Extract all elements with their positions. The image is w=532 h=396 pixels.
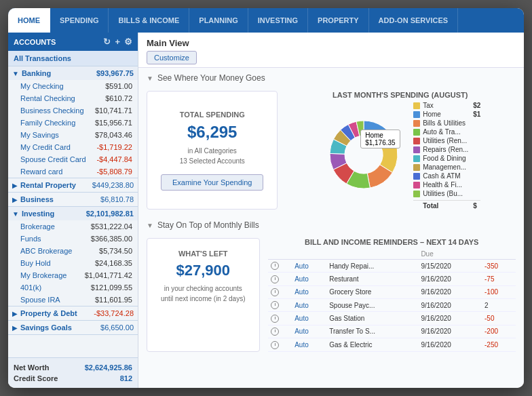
investing-item-funds[interactable]: Funds $366,385.00 bbox=[8, 233, 138, 245]
credit-score-label: Credit Score bbox=[14, 374, 58, 382]
bill-due: 9/15/2020 bbox=[418, 260, 482, 273]
content-header: Main View Customize bbox=[138, 33, 524, 68]
tab-spending[interactable]: SPENDING bbox=[50, 8, 109, 33]
savings-goals-chevron-icon: ▶ bbox=[12, 324, 18, 332]
app-window: HOME SPENDING BILLS & INCOME PLANNING IN… bbox=[8, 8, 524, 388]
bills-col-icon bbox=[268, 249, 292, 260]
investing-item-abc-brokerage[interactable]: ABC Brokerage $5,734.50 bbox=[8, 245, 138, 257]
money-goes-section-title: ▼ See Where Your Money Goes bbox=[138, 68, 524, 85]
legend-item-management: Managemen... bbox=[413, 163, 480, 171]
whats-left-label: WHAT'S LEFT bbox=[161, 250, 246, 258]
net-worth-row: Net Worth $2,624,925.86 bbox=[14, 362, 132, 373]
refresh-icon[interactable]: ↻ bbox=[103, 37, 111, 47]
legend-color-home bbox=[413, 111, 420, 118]
clock-icon bbox=[271, 341, 279, 349]
banking-item-my-savings[interactable]: My Savings $78,043.46 bbox=[8, 129, 138, 141]
tab-bills-income[interactable]: BILLS & INCOME bbox=[109, 8, 189, 33]
sidebar-section-rental-property[interactable]: ▶ Rental Property $449,238.80 bbox=[8, 178, 138, 193]
banking-item-spouse-credit-card[interactable]: Spouse Credit Card -$4,447.84 bbox=[8, 153, 138, 165]
total-spending-label: TOTAL SPENDING bbox=[180, 111, 245, 119]
bills-section-title: ▼ Stay On Top of Monthly Bills bbox=[138, 215, 524, 233]
clock-icon bbox=[271, 328, 279, 336]
legend-name-total: Total bbox=[423, 202, 470, 210]
tab-planning[interactable]: PLANNING bbox=[189, 8, 248, 33]
savings-goals-amount: $6,650.00 bbox=[100, 323, 134, 332]
bill-icon-cell bbox=[268, 285, 292, 298]
bill-name: Transfer To S... bbox=[326, 325, 418, 338]
investing-section-amount: $2,101,982.81 bbox=[86, 210, 134, 218]
legend-name-management: Managemen... bbox=[423, 163, 470, 171]
legend-item-tax: Tax $2 bbox=[413, 102, 480, 109]
donut-chart-wrapper: Home $1,176.35 bbox=[320, 111, 408, 201]
banking-item-family-checking[interactable]: Family Checking $15,956.71 bbox=[8, 117, 138, 129]
item-name-my-credit-card: My Credit Card bbox=[20, 143, 71, 151]
item-name-my-savings: My Savings bbox=[20, 131, 59, 139]
total-spending-sub1: in All Categories bbox=[188, 146, 237, 156]
investing-item-my-brokerage[interactable]: My Brokerage $1,041,771.42 bbox=[8, 269, 138, 281]
bill-due: 9/16/2020 bbox=[418, 299, 482, 312]
total-spending-amount: $6,295 bbox=[187, 123, 237, 142]
legend-item-utilities-ren: Utilities (Ren... bbox=[413, 137, 480, 144]
banking-item-business-checking[interactable]: Business Checking $10,741.71 bbox=[8, 104, 138, 117]
investing-section-header[interactable]: ▼ Investing $2,101,982.81 bbox=[8, 207, 138, 220]
table-row: Auto Resturant 9/16/2020 -75 bbox=[268, 273, 516, 285]
net-worth-value: $2,624,925.86 bbox=[85, 363, 132, 372]
customize-button[interactable]: Customize bbox=[147, 51, 197, 64]
bill-icon-cell bbox=[268, 273, 292, 285]
banking-section-header[interactable]: ▼ Banking $93,967.75 bbox=[8, 66, 138, 80]
legend-color-utilities-bu bbox=[413, 191, 420, 197]
investing-chevron-icon: ▼ bbox=[12, 210, 19, 218]
sidebar-section-savings-goals[interactable]: ▶ Savings Goals $6,650.00 bbox=[8, 321, 138, 335]
all-transactions-link[interactable]: All Transactions bbox=[8, 51, 138, 66]
legend-color-management bbox=[413, 164, 420, 171]
tab-addon-services[interactable]: ADD-ON SERVICES bbox=[369, 8, 458, 33]
item-amount-my-checking: $591.00 bbox=[105, 82, 132, 90]
whats-left-sub1: in your checking accounts bbox=[161, 283, 246, 294]
legend-item-health: Health & Fi... bbox=[413, 181, 480, 189]
banking-item-rental-checking[interactable]: Rental Checking $610.72 bbox=[8, 92, 138, 104]
bill-due: 9/16/2020 bbox=[418, 312, 482, 325]
chart-legend: Tax $2 Home $1 Bills & Utilities bbox=[413, 102, 480, 210]
item-name-business-checking: Business Checking bbox=[20, 106, 84, 115]
legend-item-home: Home $1 bbox=[413, 111, 480, 118]
chart-tooltip: Home $1,176.35 bbox=[360, 130, 400, 148]
legend-color-auto bbox=[413, 129, 420, 136]
tab-property[interactable]: PROPERTY bbox=[308, 8, 369, 33]
money-section: TOTAL SPENDING $6,295 in All Categories … bbox=[138, 85, 524, 215]
bill-type: Auto bbox=[292, 273, 326, 285]
sidebar-section-business[interactable]: ▶ Business $6,810.78 bbox=[8, 193, 138, 207]
investing-item-brokerage[interactable]: Brokerage $531,222.04 bbox=[8, 220, 138, 233]
investing-item-spouse-ira[interactable]: Spouse IRA $11,601.95 bbox=[8, 294, 138, 306]
examine-spending-button[interactable]: Examine Your Spending bbox=[161, 174, 263, 191]
table-row: Auto Spouse Payc... 9/16/2020 2 bbox=[268, 299, 516, 312]
legend-color-bills bbox=[413, 120, 420, 127]
add-account-icon[interactable]: + bbox=[115, 37, 120, 47]
bill-name: Gas Station bbox=[326, 312, 418, 325]
investing-item-buy-hold[interactable]: Buy Hold $24,168.35 bbox=[8, 257, 138, 269]
item-amount-spouse-credit-card: -$4,447.84 bbox=[96, 155, 132, 163]
view-title: Main View bbox=[147, 38, 516, 48]
tab-home[interactable]: HOME bbox=[8, 8, 50, 33]
rental-property-chevron-icon: ▶ bbox=[12, 182, 18, 189]
banking-item-reward-card[interactable]: Reward card -$5,808.79 bbox=[8, 165, 138, 178]
bill-type: Auto bbox=[292, 312, 326, 325]
investing-item-401k[interactable]: 401(k) $121,099.55 bbox=[8, 281, 138, 294]
legend-name-tax: Tax bbox=[423, 102, 470, 109]
tab-investing[interactable]: INVESTING bbox=[248, 8, 308, 33]
bill-name: Resturant bbox=[326, 273, 418, 285]
legend-color-repairs bbox=[413, 146, 420, 153]
legend-item-repairs: Repairs (Ren... bbox=[413, 146, 480, 153]
banking-item-my-credit-card[interactable]: My Credit Card -$1,719.22 bbox=[8, 141, 138, 153]
item-amount-my-credit-card: -$1,719.22 bbox=[96, 143, 132, 151]
clock-icon bbox=[271, 301, 279, 309]
legend-color-food bbox=[413, 155, 420, 162]
business-chevron-icon: ▶ bbox=[12, 196, 18, 203]
settings-icon[interactable]: ⚙ bbox=[124, 37, 132, 47]
main-layout: ACCOUNTS ↻ + ⚙ All Transactions ▼ Bankin… bbox=[8, 33, 524, 388]
bill-icon-cell bbox=[268, 299, 292, 312]
bills-chevron-icon: ▼ bbox=[147, 222, 153, 229]
sidebar-section-property-debt[interactable]: ▶ Property & Debt -$33,724.28 bbox=[8, 306, 138, 321]
bills-layout: WHAT'S LEFT $27,900 in your checking acc… bbox=[147, 238, 516, 352]
item-amount-family-checking: $15,956.71 bbox=[95, 119, 132, 127]
banking-item-my-checking[interactable]: My Checking $591.00 bbox=[8, 80, 138, 92]
